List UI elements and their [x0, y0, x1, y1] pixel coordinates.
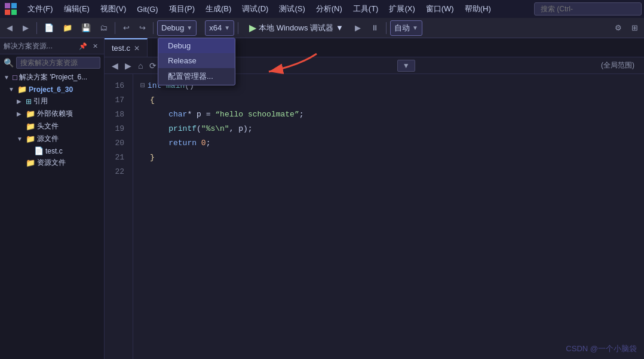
code-editor[interactable]: 16 17 18 19 20 21 22 ⊟ int main() {	[105, 74, 644, 359]
breadcrumb-forward-btn[interactable]: ▶	[122, 60, 134, 72]
menu-extensions[interactable]: 扩展(X)	[384, 2, 419, 16]
editor-area: test.c ✕ ◀ ▶ ⌂ ⟳ Project_6_30 › ▼ (全局范围)…	[105, 38, 644, 359]
svg-rect-2	[5, 10, 10, 15]
auto-arrow-icon: ▼	[412, 24, 418, 31]
global-search-input[interactable]	[534, 2, 642, 16]
line-num-22: 22	[105, 165, 128, 179]
toolbar-save-all-btn[interactable]: 🗂	[96, 20, 111, 36]
toolbar-redo-btn[interactable]: ↪	[135, 20, 149, 36]
tree-item-external[interactable]: ▶ 📁 外部依赖项	[0, 108, 104, 120]
toolbar-undo-btn[interactable]: ↩	[119, 20, 133, 36]
arch-label: x64	[209, 23, 222, 32]
run-area: ▶ 本地 Windows 调试器 ▼ ▶ ⏸	[244, 20, 382, 36]
tree-item-refs[interactable]: ▶ ⊞ 引用	[0, 95, 104, 108]
sidebar-close-btn[interactable]: ✕	[90, 41, 100, 51]
code-content[interactable]: ⊟ int main() { char* p = “hello schoolma…	[133, 74, 644, 359]
external-label: 外部依赖项	[37, 109, 73, 119]
breadcrumb-back-btn[interactable]: ◀	[109, 60, 121, 72]
sidebar-pin-btn[interactable]: 📌	[78, 41, 88, 51]
solution-icon: □	[13, 73, 17, 82]
sidebar-title: 解决方案资源...	[4, 41, 53, 51]
menu-view[interactable]: 视图(V)	[96, 2, 131, 16]
main-area: 解决方案资源... 📌 ✕ 🔍 ▼ □ 解决方案 'Project_6... ▼…	[0, 38, 644, 359]
toolbar-back-btn[interactable]: ◀	[2, 20, 17, 36]
arch-dropdown[interactable]: x64 ▼	[205, 20, 234, 36]
run-button[interactable]: ▶ 本地 Windows 调试器 ▼	[244, 20, 348, 36]
run-label: 本地 Windows 调试器	[259, 23, 333, 33]
watermark: CSDN @一个小脑袋	[566, 343, 637, 354]
config-option-release[interactable]: Release	[158, 53, 235, 68]
run-arrow-icon: ▼	[336, 23, 344, 32]
line-num-16: 16	[105, 79, 128, 93]
config-arrow-icon: ▼	[186, 24, 192, 31]
toolbar-open-btn[interactable]: 📁	[59, 20, 76, 36]
toolbar-forward-btn[interactable]: ▶	[19, 20, 33, 36]
separator-4	[238, 22, 238, 34]
sources-label: 源文件	[37, 134, 59, 144]
run-tertiary-btn[interactable]: ⏸	[367, 20, 382, 36]
line-numbers: 16 17 18 19 20 21 22	[105, 74, 133, 359]
sidebar-search-icon: 🔍	[4, 58, 14, 67]
auto-dropdown[interactable]: 自动 ▼	[390, 20, 422, 36]
main-toolbar: ◀ ▶ 📄 📁 💾 🗂 ↩ ↪ Debug ▼ Debug Release 配置…	[0, 18, 644, 38]
headers-label: 头文件	[37, 121, 59, 131]
sources-expand-icon: ▼	[17, 136, 24, 142]
testc-label: test.c	[45, 147, 63, 155]
toolbar-save-btn[interactable]: 💾	[78, 20, 94, 36]
auto-label: 自动	[394, 23, 410, 33]
code-line-19: printf("%s\n", p);	[140, 122, 639, 136]
menu-project[interactable]: 项目(P)	[164, 2, 200, 16]
svg-rect-1	[11, 3, 17, 8]
config-option-manager[interactable]: 配置管理器...	[158, 68, 235, 85]
sidebar: 解决方案资源... 📌 ✕ 🔍 ▼ □ 解决方案 'Project_6... ▼…	[0, 38, 105, 359]
menu-file[interactable]: 文件(F)	[23, 2, 58, 16]
tree-item-project[interactable]: ▼ 📁 Project_6_30	[0, 84, 104, 95]
line-num-20: 20	[105, 136, 128, 151]
breadcrumb-dropdown-arrow: ▼	[403, 62, 410, 70]
toolbar-right-btn2[interactable]: ⊞	[627, 20, 642, 36]
toolbar-right-btn1[interactable]: ⚙	[611, 20, 625, 36]
tab-testc-close-icon[interactable]: ✕	[134, 44, 140, 53]
code-line-21: }	[140, 151, 639, 165]
build-config-dropdown[interactable]: Debug ▼ Debug Release 配置管理器...	[157, 20, 197, 36]
separator-2	[115, 22, 115, 34]
app-logo	[2, 1, 19, 17]
refs-label: 引用	[33, 96, 48, 106]
breadcrumb-dropdown[interactable]: ▼	[397, 60, 415, 72]
breadcrumb-home-btn[interactable]: ⌂	[136, 60, 145, 72]
tree-item-testc[interactable]: 📄 test.c	[0, 145, 104, 157]
menubar: 文件(F) 编辑(E) 视图(V) Git(G) 项目(P) 生成(B) 调试(…	[0, 0, 644, 18]
tree-item-solution[interactable]: ▼ □ 解决方案 'Project_6...	[0, 71, 104, 84]
line-num-21: 21	[105, 151, 128, 165]
play-icon: ▶	[249, 22, 256, 33]
menu-debug[interactable]: 调试(D)	[237, 2, 273, 16]
menu-git[interactable]: Git(G)	[132, 3, 162, 16]
config-option-debug[interactable]: Debug	[158, 38, 235, 53]
toolbar-new-btn[interactable]: 📄	[41, 20, 57, 36]
menu-help[interactable]: 帮助(H)	[460, 2, 496, 16]
code-line-18: char* p = “hello schoolmate”;	[140, 108, 639, 122]
project-expand-icon: ▼	[8, 86, 16, 93]
menu-analyze[interactable]: 分析(N)	[311, 2, 347, 16]
line-num-17: 17	[105, 93, 128, 108]
svg-rect-3	[11, 10, 17, 15]
collapse-icon-16[interactable]: ⊟	[140, 80, 145, 93]
config-label: Debug	[161, 23, 184, 32]
menu-build[interactable]: 生成(B)	[201, 2, 236, 16]
tree-item-resources[interactable]: 📁 资源文件	[0, 157, 104, 169]
menu-edit[interactable]: 编辑(E)	[59, 2, 94, 16]
sources-icon: 📁	[26, 134, 35, 143]
menu-test[interactable]: 测试(S)	[274, 2, 309, 16]
tab-testc[interactable]: test.c ✕	[105, 38, 148, 57]
arch-arrow-icon: ▼	[224, 24, 230, 31]
external-expand-icon: ▶	[17, 111, 24, 117]
tree-item-sources[interactable]: ▼ 📁 源文件	[0, 133, 104, 145]
separator-1	[36, 22, 37, 34]
sidebar-search-area: 🔍	[0, 54, 104, 71]
sidebar-search-input[interactable]	[16, 57, 100, 69]
menu-window[interactable]: 窗口(W)	[421, 2, 459, 16]
menu-tools[interactable]: 工具(T)	[348, 2, 384, 16]
refs-expand-icon: ▶	[17, 98, 24, 105]
tree-item-headers[interactable]: 📁 头文件	[0, 120, 104, 133]
run-secondary-btn[interactable]: ▶	[351, 20, 365, 36]
